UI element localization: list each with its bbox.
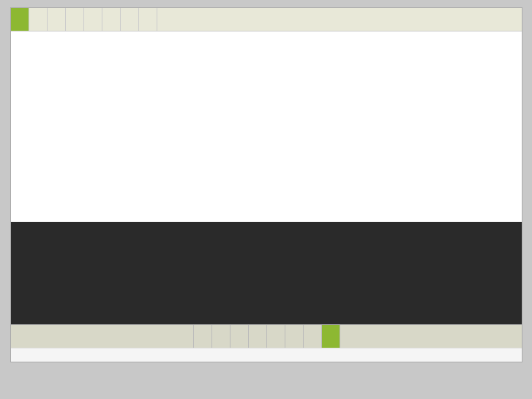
- nav-item-customers[interactable]: [48, 8, 66, 31]
- nav-item-technology[interactable]: [121, 8, 139, 31]
- nav-item-home[interactable]: [11, 8, 29, 31]
- bottom-nav-tech[interactable]: [211, 325, 231, 348]
- badge-row: [11, 348, 522, 362]
- main-content: [11, 31, 522, 222]
- bottom-nav-contacts[interactable]: [193, 325, 212, 348]
- nav-item-contact[interactable]: [139, 8, 157, 31]
- bottom-nav-pub[interactable]: [230, 325, 249, 348]
- dark-banner: [11, 222, 522, 324]
- page-wrapper: [10, 7, 522, 362]
- nav-item-partners[interactable]: [66, 8, 84, 31]
- bottom-nav-partners[interactable]: [266, 325, 285, 348]
- top-navigation: [11, 8, 522, 31]
- nav-item-publishing[interactable]: [102, 8, 121, 31]
- bottom-nav-about[interactable]: [303, 325, 322, 348]
- nav-item-prices[interactable]: [84, 8, 102, 31]
- bottom-nav-home[interactable]: [321, 325, 340, 348]
- bottom-nav-prices[interactable]: [248, 325, 267, 348]
- nav-item-about[interactable]: [29, 8, 48, 31]
- bottom-navigation: [11, 324, 522, 348]
- bottom-nav-clients[interactable]: [285, 325, 304, 348]
